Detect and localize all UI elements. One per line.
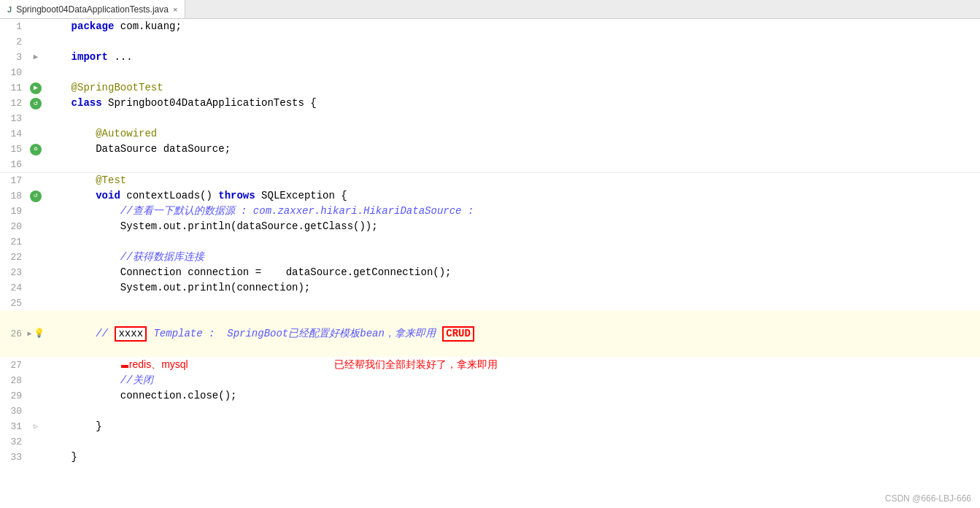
line-number: 29 xyxy=(0,388,28,404)
xxxx-box: xxxx xyxy=(115,326,147,342)
line-number: 12 xyxy=(0,96,28,111)
gutter: ▶ xyxy=(28,50,44,65)
line-content: } xyxy=(44,450,980,465)
line-number: 26 xyxy=(0,326,28,342)
line-content: //获得数据库连接 xyxy=(44,250,980,265)
line-number: 15 xyxy=(0,142,28,157)
line-content: redis、mysql已经帮我们全部封装好了，拿来即用 xyxy=(44,357,980,373)
line-number: 2 xyxy=(0,34,28,50)
java-file-icon: J xyxy=(7,5,12,14)
gutter: ▷ xyxy=(28,419,44,434)
code-line: 30 xyxy=(0,404,980,419)
code-area: 1 package com.kuang; 2 3 ▶ import ... 10 xyxy=(0,19,980,508)
line-number: 28 xyxy=(0,373,28,388)
tab-close-button[interactable]: × xyxy=(173,5,177,14)
code-line: 13 xyxy=(0,111,980,126)
line-number: 10 xyxy=(0,65,28,80)
line-content: @Test xyxy=(44,173,980,188)
line-number: 27 xyxy=(0,358,28,373)
tab-filename: Springboot04DataApplicationTests.java xyxy=(16,4,169,15)
line-number: 33 xyxy=(0,450,28,465)
line-content: System.out.println(dataSource.getClass()… xyxy=(44,219,980,234)
recycle-icon: ♻ xyxy=(30,144,42,155)
line-content: package com.kuang; xyxy=(44,19,980,34)
line-number: 11 xyxy=(0,80,28,96)
code-line: 27 redis、mysql已经帮我们全部封装好了，拿来即用 xyxy=(0,357,980,373)
line-number: 1 xyxy=(0,19,28,34)
fold-triangle-icon: ▶ xyxy=(27,326,31,342)
code-line: 12 ↺ class Springboot04DataApplicationTe… xyxy=(0,96,980,111)
line-content: DataSource dataSource; xyxy=(44,142,980,157)
code-line: 31 ▷ } xyxy=(0,419,980,434)
code-line: 25 xyxy=(0,296,980,311)
gutter: ↺ xyxy=(28,190,44,202)
code-line: 1 package com.kuang; xyxy=(0,19,980,34)
line-content: @Autowired xyxy=(44,126,980,142)
line-content: void contextLoads() throws SQLException … xyxy=(44,188,980,204)
code-line: 20 System.out.println(dataSource.getClas… xyxy=(0,219,980,234)
watermark: CSDN @666-LBJ-666 xyxy=(885,493,971,504)
file-tab[interactable]: J Springboot04DataApplicationTests.java … xyxy=(0,0,185,18)
code-line: 15 ♻ DataSource dataSource; xyxy=(0,142,980,157)
gutter: ↺ xyxy=(28,98,44,109)
code-line: 23 Connection connection = dataSource.ge… xyxy=(0,265,980,280)
line-content: // xxxx Template : SpringBoot已经配置好模板bean… xyxy=(44,311,980,357)
line-content: //查看一下默认的数据源 : com.zaxxer.hikari.HikariD… xyxy=(44,204,980,219)
line-content: class Springboot04DataApplicationTests { xyxy=(44,96,980,111)
line-content: connection.close(); xyxy=(44,388,980,404)
code-line: 24 System.out.println(connection); xyxy=(0,280,980,296)
line-number: 25 xyxy=(0,296,28,311)
code-line: 19 //查看一下默认的数据源 : com.zaxxer.hikari.Hika… xyxy=(0,204,980,219)
fold-icon: ▶ xyxy=(34,50,39,65)
code-line: 21 xyxy=(0,234,980,250)
line-content: @SpringBootTest xyxy=(44,80,980,96)
code-line: 14 @Autowired xyxy=(0,126,980,142)
line-number: 3 xyxy=(0,50,28,65)
run-icon: ▶ xyxy=(30,82,42,94)
code-editor: 1 package com.kuang; 2 3 ▶ import ... 10 xyxy=(0,19,980,508)
line-number: 31 xyxy=(0,419,28,434)
code-line: 18 ↺ void contextLoads() throws SQLExcep… xyxy=(0,188,980,204)
gutter: ▶ xyxy=(28,82,44,94)
line-content: //关闭 xyxy=(44,373,980,388)
line-number: 30 xyxy=(0,404,28,419)
bulb-icon: 💡 xyxy=(34,326,45,342)
line-number: 17 xyxy=(0,173,28,188)
line-content: } xyxy=(44,419,980,434)
code-line: 33 } xyxy=(0,450,980,465)
line-number: 13 xyxy=(0,111,28,126)
line-content: Connection connection = dataSource.getCo… xyxy=(44,265,980,280)
gutter: ▶ 💡 xyxy=(28,326,44,342)
line-number: 24 xyxy=(0,280,28,296)
code-line-highlighted: 26 ▶ 💡 // xxxx Template : SpringBoot已经配置… xyxy=(0,311,980,357)
line-number: 21 xyxy=(0,234,28,250)
line-content: import ... xyxy=(44,50,980,65)
line-number: 22 xyxy=(0,250,28,265)
redis-box xyxy=(121,365,128,368)
line-number: 16 xyxy=(0,157,28,172)
code-line: 3 ▶ import ... xyxy=(0,50,980,65)
code-line: 32 xyxy=(0,434,980,450)
line-number: 23 xyxy=(0,265,28,280)
crud-box: CRUD xyxy=(442,326,474,342)
line-number: 20 xyxy=(0,219,28,234)
line-number: 14 xyxy=(0,126,28,142)
code-line: 10 xyxy=(0,65,980,80)
code-line: 2 xyxy=(0,34,980,50)
line-number: 19 xyxy=(0,204,28,219)
code-line: 22 //获得数据库连接 xyxy=(0,250,980,265)
tab-bar: J Springboot04DataApplicationTests.java … xyxy=(0,0,980,19)
run-arrow2-icon: ↺ xyxy=(30,190,42,202)
run-arrow-icon: ↺ xyxy=(30,98,42,109)
code-line: 16 xyxy=(0,157,980,172)
code-line: 29 connection.close(); xyxy=(0,388,980,404)
fold2-icon: ▷ xyxy=(34,419,38,434)
line-number: 32 xyxy=(0,434,28,450)
gutter: ♻ xyxy=(28,144,44,155)
code-line: 11 ▶ @SpringBootTest xyxy=(0,80,980,96)
line-number: 18 xyxy=(0,188,28,204)
code-line: 28 //关闭 xyxy=(0,373,980,388)
line-content: System.out.println(connection); xyxy=(44,280,980,296)
code-line: 17 @Test xyxy=(0,173,980,188)
